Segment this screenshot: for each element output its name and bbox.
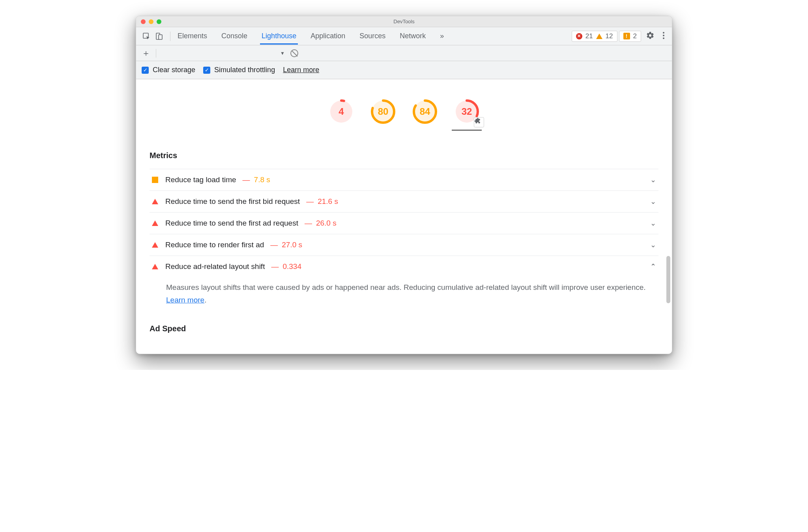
dash: — xyxy=(271,262,279,271)
tab-network[interactable]: Network xyxy=(398,28,427,45)
svg-point-5 xyxy=(663,37,664,39)
svg-point-3 xyxy=(663,32,664,34)
dash: — xyxy=(305,219,312,228)
issue-icon: ! xyxy=(623,33,630,39)
report-dropdown-icon[interactable]: ▼ xyxy=(280,50,285,56)
issues-counts[interactable]: ! 2 xyxy=(619,31,641,42)
metric-description: Measures layout shifts that were caused … xyxy=(150,277,658,317)
tab-lighthouse[interactable]: Lighthouse xyxy=(260,28,298,45)
triangle-fail-icon xyxy=(152,264,158,269)
metric-value: 27.0 s xyxy=(282,241,302,249)
metric-render-first-ad[interactable]: Reduce time to render first ad — 27.0 s … xyxy=(150,234,658,256)
learn-more-link[interactable]: Learn more xyxy=(283,66,319,74)
error-icon: ✕ xyxy=(576,33,582,39)
scrollbar-thumb[interactable] xyxy=(666,256,670,303)
gauge-value: 4 xyxy=(339,106,344,117)
metric-tag-load-time[interactable]: Reduce tag load time — 7.8 s ⌄ xyxy=(150,169,658,190)
chevron-up-icon: ⌃ xyxy=(650,262,656,271)
gauge-performance[interactable]: 4 xyxy=(329,99,354,124)
gauge-publisher-ads[interactable]: 32 xyxy=(454,99,479,124)
clear-storage-checkbox[interactable]: ✓ Clear storage xyxy=(142,66,195,74)
device-toolbar-icon[interactable] xyxy=(153,31,165,42)
issue-count: 2 xyxy=(633,32,637,40)
console-counts[interactable]: ✕ 21 12 xyxy=(572,31,617,42)
description-learn-more-link[interactable]: Learn more xyxy=(166,296,204,304)
tab-elements[interactable]: Elements xyxy=(176,28,209,45)
separator xyxy=(170,32,170,41)
chevron-down-icon: ⌄ xyxy=(650,219,656,228)
checkbox-checked-icon: ✓ xyxy=(142,67,149,74)
metric-label: Reduce time to send the first ad request xyxy=(165,219,298,228)
metric-label: Reduce time to render first ad xyxy=(165,241,264,249)
more-menu-icon[interactable] xyxy=(659,30,668,43)
svg-rect-2 xyxy=(159,35,162,39)
chevron-down-icon: ⌄ xyxy=(650,175,656,184)
report-content: Metrics Reduce tag load time — 7.8 s ⌄ R… xyxy=(136,140,672,354)
metric-value: 21.6 s xyxy=(318,197,338,206)
triangle-fail-icon xyxy=(152,220,158,226)
simulated-throttling-checkbox[interactable]: ✓ Simulated throttling xyxy=(203,66,275,74)
section-title-metrics: Metrics xyxy=(150,151,658,160)
extension-icon xyxy=(474,117,484,127)
gauge-value: 84 xyxy=(420,106,430,117)
inspect-element-icon[interactable] xyxy=(141,31,152,42)
new-report-button[interactable]: ＋ xyxy=(142,49,150,58)
metric-label: Reduce ad-related layout shift xyxy=(165,262,265,271)
section-title-ad-speed: Ad Speed xyxy=(150,324,658,333)
tab-console[interactable]: Console xyxy=(220,28,249,45)
metric-label: Reduce tag load time xyxy=(165,175,236,184)
window-title: DevTools xyxy=(136,19,672,24)
square-average-icon xyxy=(152,177,158,183)
metric-label: Reduce time to send the first bid reques… xyxy=(165,197,300,206)
metric-ad-layout-shift[interactable]: Reduce ad-related layout shift — 0.334 ⌃ xyxy=(150,256,658,277)
metric-first-ad-request[interactable]: Reduce time to send the first ad request… xyxy=(150,212,658,234)
warning-icon xyxy=(596,34,602,39)
gauge-best-practices[interactable]: 84 xyxy=(412,99,438,124)
metric-value: 26.0 s xyxy=(316,219,337,228)
tabs-overflow-icon[interactable]: » xyxy=(438,28,445,45)
metric-value: 7.8 s xyxy=(254,175,270,184)
gauge-value: 80 xyxy=(378,106,389,117)
tab-application[interactable]: Application xyxy=(309,28,347,45)
simulated-throttling-label: Simulated throttling xyxy=(214,66,275,74)
clear-all-icon[interactable] xyxy=(290,49,298,57)
triangle-fail-icon xyxy=(152,199,158,204)
lighthouse-options: ✓ Clear storage ✓ Simulated throttling L… xyxy=(136,61,672,79)
warning-count: 12 xyxy=(606,32,613,40)
svg-point-4 xyxy=(663,35,664,36)
checkbox-checked-icon: ✓ xyxy=(203,67,210,74)
chevron-down-icon: ⌄ xyxy=(650,241,656,249)
devtools-window: DevTools Elements Console Lighthouse App… xyxy=(136,16,672,354)
panel-tabs: Elements Console Lighthouse Application … xyxy=(176,28,445,45)
dash: — xyxy=(270,241,278,249)
settings-gear-icon[interactable] xyxy=(643,30,658,43)
dash: — xyxy=(306,197,314,206)
main-tabstrip: Elements Console Lighthouse Application … xyxy=(136,27,672,45)
description-text: Measures layout shifts that were caused … xyxy=(166,283,646,291)
metric-first-bid-request[interactable]: Reduce time to send the first bid reques… xyxy=(150,190,658,212)
chevron-down-icon: ⌄ xyxy=(650,197,656,206)
gauge-accessibility[interactable]: 80 xyxy=(370,99,396,124)
titlebar: DevTools xyxy=(136,16,672,27)
dash: — xyxy=(243,175,250,184)
metric-value: 0.334 xyxy=(282,262,301,271)
separator xyxy=(156,49,156,58)
error-count: 21 xyxy=(585,32,593,40)
score-gauges: 4 80 84 32 xyxy=(136,79,672,140)
clear-storage-label: Clear storage xyxy=(153,66,195,74)
description-suffix: . xyxy=(204,296,206,304)
gauge-value: 32 xyxy=(462,106,472,117)
lighthouse-toolbar: ＋ ▼ xyxy=(136,45,672,61)
tab-sources[interactable]: Sources xyxy=(358,28,387,45)
triangle-fail-icon xyxy=(152,242,158,248)
